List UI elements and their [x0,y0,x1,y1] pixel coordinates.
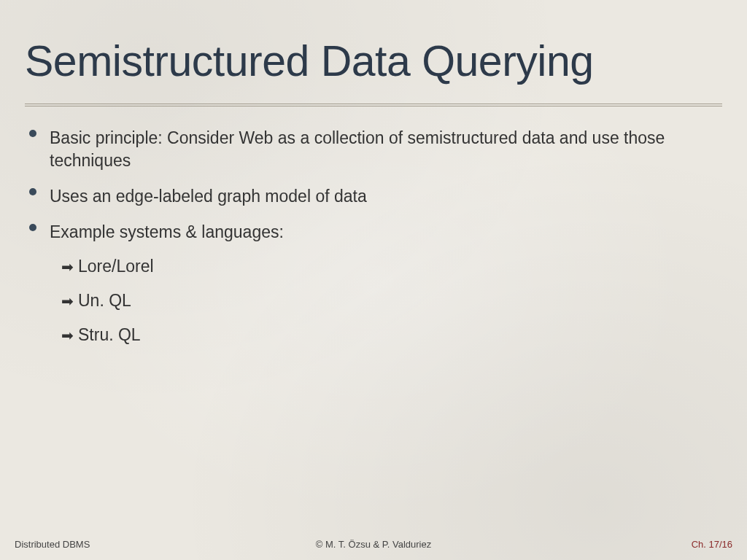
arrow-icon: ➡ [61,258,74,276]
sub-text: Un. QL [78,291,131,311]
bullet-icon [29,188,36,195]
bullet-text: Basic principle: Consider Web as a colle… [50,127,722,172]
footer-left: Distributed DBMS [15,539,90,550]
sub-text: Lore/Lorel [78,257,154,276]
sub-item: ➡ Un. QL [61,291,722,311]
content-area: Basic principle: Consider Web as a colle… [25,127,722,345]
slide-container: Semistructured Data Querying Basic princ… [0,0,747,560]
bullet-item: Uses an edge-labeled graph model of data [29,185,722,208]
bullet-item: Basic principle: Consider Web as a colle… [29,127,722,172]
footer: Distributed DBMS © M. T. Özsu & P. Valdu… [0,539,747,550]
bullet-icon [29,130,36,137]
footer-right: Ch. 17/16 [692,539,732,550]
sub-list: ➡ Lore/Lorel ➡ Un. QL ➡ Stru. QL [61,257,722,345]
sub-item: ➡ Lore/Lorel [61,257,722,276]
footer-center: © M. T. Özsu & P. Valduriez [316,539,431,550]
bullet-item: Example systems & languages: [29,221,722,244]
bullet-icon [29,224,36,231]
sub-text: Stru. QL [78,325,141,345]
bullet-text: Example systems & languages: [50,221,284,244]
arrow-icon: ➡ [61,327,74,344]
slide-title: Semistructured Data Querying [25,36,722,86]
arrow-icon: ➡ [61,292,74,310]
title-divider [25,104,722,106]
bullet-text: Uses an edge-labeled graph model of data [50,185,367,208]
sub-item: ➡ Stru. QL [61,325,722,345]
